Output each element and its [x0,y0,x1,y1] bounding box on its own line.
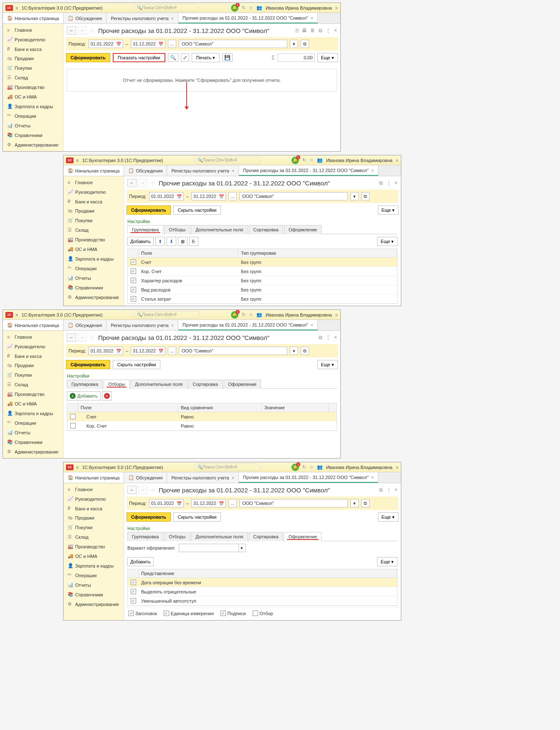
org-open-button[interactable]: ⧉ [361,192,370,200]
more-button[interactable]: Еще ▾ [378,205,398,215]
tab-grouping[interactable]: Группировка [127,532,163,541]
table-row[interactable]: ✓Дата операции без времени [128,578,397,587]
sidebar-item-assets[interactable]: 🚚ОС и НМА [3,92,63,101]
table-row[interactable]: ✓Выделять отрицательные [128,587,397,596]
tab-filters[interactable]: Отборы [104,380,129,389]
sidebar-item[interactable]: ₽Банк и касса [3,351,63,361]
forward-button[interactable]: → [78,333,87,342]
hide-settings-button[interactable]: Скрыть настройки [173,512,221,522]
global-search[interactable]: 🔍 Поиск Ctrl+Shift+F [194,157,261,164]
checkbox[interactable]: ✓ [164,611,169,616]
close-icon[interactable]: × [395,487,398,493]
global-search[interactable]: 🔍 Поиск Ctrl+Shift+F [194,464,261,471]
search-icon[interactable]: 🔍 [168,53,178,62]
more-icon[interactable]: ⋮ [386,180,391,186]
sidebar-item[interactable]: 🚚ОС и НМА [3,399,63,408]
favorite-icon[interactable]: ☆ [90,335,95,340]
footer-check[interactable]: ✓Единица измерения [164,611,214,616]
sidebar-item[interactable]: 📈Руководителю [63,187,124,197]
sidebar-item[interactable]: 🛒Покупки [63,215,124,225]
print-button[interactable]: Печать ▾ [192,53,220,62]
org-open-button[interactable]: ⧉ [361,499,370,507]
star-icon[interactable]: ☆ [309,157,314,163]
preview-icon[interactable]: ⎙ [296,28,299,33]
favorite-icon[interactable]: ☆ [151,180,155,186]
sidebar-item[interactable]: ⚙Администрирование [63,292,124,302]
close-icon[interactable]: × [334,335,337,340]
footer-check[interactable]: ✓Заголовок [128,611,157,616]
more-button[interactable]: Еще ▾ [377,557,398,566]
close-icon[interactable]: × [171,16,174,21]
tab-sorting[interactable]: Сортировка [188,380,223,389]
org-dropdown-button[interactable]: ▾ [290,347,298,355]
sidebar-item[interactable]: ≡Главное [63,178,124,187]
checkbox[interactable]: ✓ [131,278,136,283]
org-open-button[interactable]: ⧉ [301,347,309,355]
hide-settings-button[interactable]: Скрыть настройки [173,205,221,215]
sidebar-item[interactable]: ☰Склад [3,380,63,389]
forward-button[interactable]: → [138,179,147,187]
sidebar-item[interactable]: ≡Главное [63,485,124,494]
window-menu-icon[interactable]: ≡ [335,312,338,317]
checkbox[interactable]: ✓ [131,259,136,265]
date-to-input[interactable]: 31.12.2022📅 [191,499,226,507]
sidebar-item[interactable]: 📊Отчеты [63,580,124,590]
sidebar-item[interactable]: 📈Руководителю [3,342,63,351]
sidebar-item[interactable]: ≡Главное [3,332,63,342]
tab-design[interactable]: Оформление [223,380,261,389]
sidebar-item[interactable]: 👤Зарплата и кадры [63,561,124,570]
history-icon[interactable]: ↻ [242,312,246,317]
checkbox[interactable]: ✓ [131,598,136,603]
global-search[interactable]: 🔍 Поиск Ctrl+Shift+F [133,4,200,12]
close-icon[interactable]: × [395,180,398,186]
calendar-icon[interactable]: 📅 [158,42,163,46]
sidebar-item[interactable]: 🏭Производство [63,542,124,551]
sidebar-item[interactable]: ⚙Администрирование [3,447,63,456]
date-to-input[interactable]: 31.12.2022📅 [131,40,165,48]
sidebar-item-manager[interactable]: 📈Руководителю [3,35,63,44]
tab-discussions[interactable]: 📋 Обсуждения [124,472,167,483]
sidebar-item[interactable]: ⚙Администрирование [63,599,124,609]
sidebar-item[interactable]: ᴬᵏОперации [63,264,124,273]
sidebar-item-admin[interactable]: ⚙Администрирование [3,140,63,150]
sidebar-item-warehouse[interactable]: ☰Склад [3,73,63,82]
tab-sorting[interactable]: Сортировка [249,225,283,234]
calendar-icon[interactable]: 📅 [177,501,182,506]
menu-icon[interactable]: ≡ [76,158,79,163]
sidebar-item-salary[interactable]: 👤Зарплата и кадры [3,101,63,111]
tab-filters[interactable]: Отборы [164,532,190,541]
sidebar-item[interactable]: 🚚ОС и НМА [63,244,124,254]
back-button[interactable]: ← [127,486,137,494]
checkbox[interactable]: ✓ [220,611,226,616]
close-icon[interactable]: × [311,322,313,327]
history-icon[interactable]: ↻ [302,464,306,470]
user-name[interactable]: Иванова Ирина Владимировна [266,312,332,317]
star-icon[interactable]: ☆ [249,5,253,10]
expand-icon[interactable]: ⤢ [181,53,189,62]
sidebar-item[interactable]: 🏭Производство [63,235,124,244]
sidebar-item[interactable]: ᴬᵏОперации [63,570,124,580]
sidebar-item[interactable]: 📚Справочники [63,590,124,599]
close-icon[interactable]: × [371,168,374,173]
add-button[interactable]: Добавить [127,237,154,246]
sidebar-item[interactable]: 🛍Продажи [63,206,124,215]
group-button[interactable]: ⊞ [178,237,188,246]
tab-grouping[interactable]: Группировка [67,380,103,389]
more-button[interactable]: Еще ▾ [317,53,338,62]
tab-registers[interactable]: Регистры налогового учета× [106,13,178,23]
more-icon[interactable]: ⋮ [386,487,391,493]
sidebar-item[interactable]: 👤Зарплата и кадры [63,254,124,264]
generate-button[interactable]: Сформировать [66,53,110,62]
date-to-input[interactable]: 31.12.2022📅 [191,192,226,200]
tab-grouping[interactable]: Группировка [127,225,163,234]
table-row[interactable]: ✓Характер расходовБез групп [128,276,397,285]
favorite-icon[interactable]: ☆ [151,487,155,493]
variant-select[interactable]: ▾ [179,544,246,552]
star-icon[interactable]: ☆ [249,312,253,317]
global-search[interactable]: 🔍 Поиск Ctrl+Shift+F [133,311,200,319]
sidebar-item[interactable]: 📈Руководителю [63,494,124,504]
sidebar-item-reports[interactable]: 📊Отчеты [3,121,63,130]
menu-icon[interactable]: ≡ [15,312,18,317]
tab-report[interactable]: Прочие расходы за 01.01.2022 - 31.12.202… [178,13,318,23]
generate-button[interactable]: Сформировать [66,360,110,369]
